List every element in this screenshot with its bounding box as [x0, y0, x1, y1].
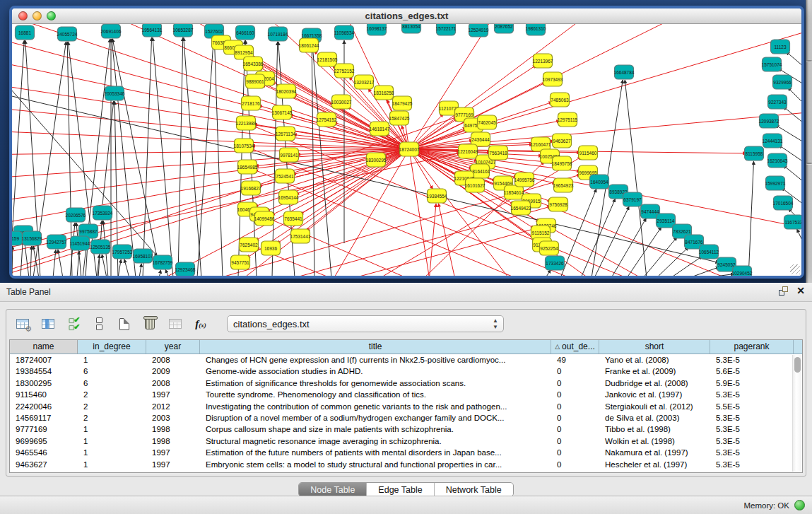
graph-node[interactable]: 8115958 — [745, 146, 764, 160]
graph-node[interactable]: 16101627 — [465, 178, 486, 192]
graph-node[interactable]: 12505135 — [90, 240, 111, 254]
graph-node[interactable]: 7524541 — [276, 169, 295, 183]
graph-node[interactable]: 15751074 — [762, 57, 782, 71]
graph-node[interactable]: 19861310 — [526, 24, 546, 35]
graph-node[interactable]: 12444131 — [763, 134, 783, 148]
graph-node[interactable]: 9463627 — [553, 134, 572, 148]
graph-node[interactable]: 17957253 — [112, 245, 133, 259]
graph-node[interactable]: 12975115 — [558, 112, 578, 127]
graph-node[interactable]: 16549423 — [511, 201, 531, 215]
table-row[interactable]: 1938455462009Genome-wide association stu… — [10, 366, 802, 377]
graph-node[interactable]: 13156829 — [22, 231, 42, 245]
graph-node[interactable]: 19654923 — [553, 178, 574, 192]
graph-node[interactable]: 12524919 — [469, 24, 489, 37]
graph-node[interactable]: 16958107 — [133, 249, 153, 263]
graph-node[interactable]: 1640954 — [590, 175, 609, 189]
table-row[interactable]: 977716911998Corpus callosum shape and si… — [10, 424, 802, 435]
table-selector-dropdown[interactable]: citations_edges.txt ▲▼ — [227, 315, 504, 332]
graph-node[interactable]: 19166827 — [241, 181, 261, 195]
close-panel-icon[interactable]: ✕ — [796, 286, 805, 296]
graph-node[interactable]: 9115460 — [579, 146, 598, 160]
table-row[interactable]: 946554611997Estimation of the future num… — [10, 447, 802, 458]
graph-node[interactable]: 14995756 — [514, 173, 535, 187]
table-row[interactable]: 1830029562008Estimation of significance … — [10, 378, 802, 389]
graph-node[interactable]: 12093872 — [759, 114, 779, 128]
column-header-year[interactable]: year — [146, 340, 200, 354]
graph-node[interactable]: 14618147 — [370, 122, 390, 136]
row-height-icon[interactable] — [90, 315, 108, 333]
table-row[interactable]: 1456911722003Disruption of a novel membe… — [10, 412, 802, 424]
graph-node[interactable]: 24055724 — [57, 27, 78, 41]
graph-node[interactable]: 9756928 — [549, 197, 568, 211]
table-settings-icon[interactable]: ⚙ — [13, 315, 32, 333]
float-panel-icon[interactable] — [779, 286, 788, 296]
graph-node[interactable]: 17016504 — [773, 196, 794, 210]
column-header-name[interactable]: name — [10, 340, 78, 354]
graph-node[interactable]: 11451944 — [70, 236, 90, 250]
graph-node[interactable]: 12213989 — [236, 116, 257, 130]
graph-node[interactable]: 9889061 — [246, 74, 265, 88]
graph-node[interactable]: 10973493 — [543, 72, 563, 86]
graph-node[interactable]: 18495758 — [552, 156, 572, 170]
graph-node[interactable]: 11854614 — [504, 185, 524, 199]
graph-node[interactable]: 13067145 — [272, 105, 293, 119]
graph-node[interactable]: 12942757 — [47, 235, 67, 249]
tab-edge-table[interactable]: Edge Table — [367, 483, 434, 496]
graph-node[interactable]: 7625402 — [240, 238, 259, 252]
graph-node[interactable]: 18479425 — [392, 96, 413, 110]
graph-node[interactable]: 16543386 — [243, 57, 264, 71]
graph-node[interactable]: 20053346 — [105, 86, 125, 100]
graph-node[interactable]: 18654985 — [237, 160, 258, 174]
graph-node[interactable]: 14099486 — [254, 211, 275, 226]
graph-node[interactable]: 15722171 — [436, 24, 457, 35]
column-header-in_degree[interactable]: in_degree — [78, 340, 146, 354]
table-row[interactable]: 946362711997Embryonic stem cells: a mode… — [10, 459, 802, 470]
graph-node[interactable]: 12216049 — [458, 144, 478, 158]
graph-node[interactable]: 10654112 — [699, 245, 719, 259]
graph-node[interactable]: 16098137 — [367, 24, 387, 35]
column-header-pagerank[interactable]: pagerank — [710, 340, 794, 354]
column-header-short[interactable]: short — [599, 340, 710, 354]
table-vertical-scrollbar[interactable] — [792, 355, 801, 472]
graph-node[interactable]: 18300295 — [366, 153, 387, 167]
graph-node[interactable]: 16210643 — [767, 153, 788, 168]
graph-node[interactable]: 6379197 — [623, 192, 642, 206]
column-header-title[interactable]: title — [200, 340, 551, 354]
graph-node[interactable]: 10653287 — [173, 24, 194, 37]
table-row[interactable]: 1872400712008Changes of HCN gene express… — [10, 354, 802, 366]
graph-node[interactable]: 7485063 — [551, 93, 570, 107]
function-builder-icon[interactable]: f(x) — [192, 315, 210, 333]
column-header-out_de[interactable]: △out_de... — [551, 340, 599, 354]
new-table-icon[interactable] — [115, 315, 134, 333]
select-rows-icon[interactable]: ✔✔ — [64, 315, 83, 333]
graph-node[interactable]: 9329966 — [773, 75, 792, 89]
graph-node[interactable]: 8813054 — [402, 24, 421, 33]
graph-node[interactable]: 19564131 — [142, 24, 163, 37]
table-row[interactable]: 969969511998Structural magnetic resonanc… — [10, 436, 802, 447]
graph-node[interactable]: 10290452 — [732, 266, 753, 276]
graph-node[interactable]: 6466160 — [236, 25, 255, 40]
graph-node[interactable]: 15847425 — [389, 111, 410, 125]
graph-node[interactable]: 17353924 — [93, 206, 113, 220]
window-resize-grip[interactable] — [790, 264, 800, 274]
table-row[interactable]: 2242004622012Investigating the contribut… — [10, 401, 802, 412]
network-graph[interactable]: 1688124055724206914061956413110653287152… — [12, 24, 801, 276]
graph-node[interactable]: 18020394 — [276, 84, 297, 98]
graph-node[interactable]: 11056534 — [334, 25, 355, 40]
tab-node-table[interactable]: Node Table — [299, 483, 367, 496]
graph-node[interactable]: 11123 — [771, 40, 790, 54]
graph-node[interactable]: 2087652 — [495, 24, 514, 33]
network-canvas[interactable]: 1688124055724206914061956413110653287152… — [12, 24, 801, 276]
graph-node[interactable]: 18724007 — [399, 142, 420, 156]
graph-node[interactable]: 16648784 — [614, 65, 635, 79]
graph-node[interactable]: 10030027 — [331, 95, 352, 109]
graph-node[interactable]: 20206576 — [66, 208, 86, 222]
graph-node[interactable]: 39159 — [12, 231, 23, 245]
tab-network-table[interactable]: Network Table — [435, 483, 513, 496]
network-view-window[interactable]: citations_edges.txt 16881240557242069140… — [9, 6, 804, 279]
graph-node[interactable]: 12213967 — [533, 54, 553, 68]
graph-node[interactable]: 17531441 — [290, 229, 311, 243]
graph-node[interactable]: 12181505 — [317, 52, 338, 66]
graph-node[interactable]: 9252254 — [540, 241, 559, 255]
graph-node[interactable]: 9227343 — [768, 95, 787, 109]
